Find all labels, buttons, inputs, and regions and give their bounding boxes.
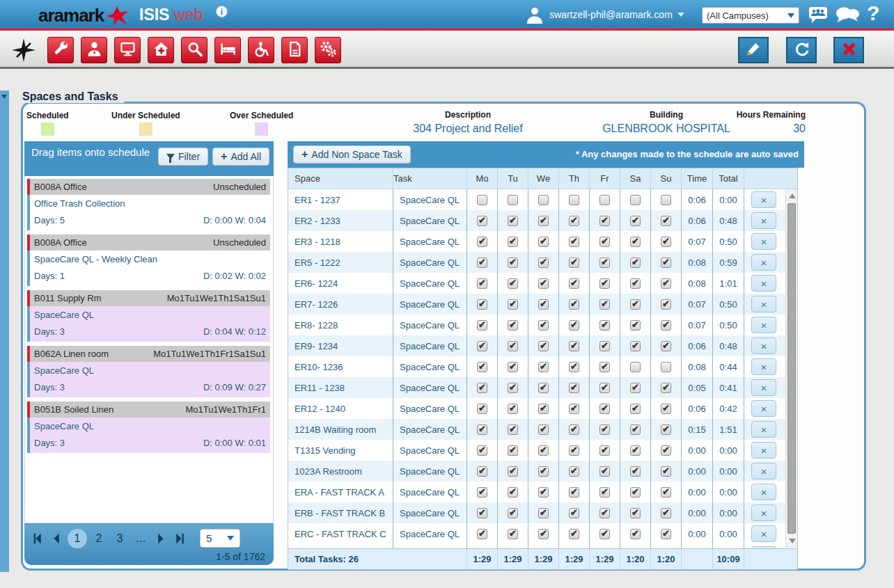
day-checkbox[interactable]: ✔ bbox=[569, 362, 579, 372]
info-icon[interactable]: i bbox=[216, 6, 228, 17]
day-checkbox[interactable]: ✔ bbox=[538, 424, 549, 435]
day-checkbox[interactable]: ✔ bbox=[599, 383, 610, 393]
toolbar-wheelchair-button[interactable] bbox=[248, 37, 274, 63]
day-checkbox[interactable]: ✔ bbox=[630, 487, 641, 498]
user-menu[interactable]: swartzell-phil@aramark.com bbox=[526, 6, 684, 24]
toolbar-monitor-button[interactable] bbox=[114, 37, 141, 63]
day-checkbox[interactable]: ✔ bbox=[569, 257, 579, 268]
day-checkbox[interactable]: ✔ bbox=[661, 195, 671, 205]
remove-row-button[interactable]: × bbox=[751, 504, 776, 521]
day-checkbox[interactable]: ✔ bbox=[477, 383, 487, 393]
day-checkbox[interactable]: ✔ bbox=[661, 341, 671, 351]
day-checkbox[interactable]: ✔ bbox=[477, 529, 487, 539]
day-checkbox[interactable]: ✔ bbox=[477, 466, 487, 477]
day-checkbox[interactable]: ✔ bbox=[661, 466, 671, 477]
remove-row-button[interactable]: × bbox=[751, 191, 776, 208]
remove-row-button[interactable]: × bbox=[751, 421, 776, 438]
day-checkbox[interactable]: ✔ bbox=[599, 320, 610, 331]
day-checkbox[interactable]: ✔ bbox=[477, 237, 487, 247]
day-checkbox[interactable]: ✔ bbox=[477, 487, 487, 498]
day-checkbox[interactable]: ✔ bbox=[630, 299, 641, 310]
day-checkbox[interactable]: ✔ bbox=[599, 299, 610, 310]
day-checkbox[interactable]: ✔ bbox=[630, 341, 641, 351]
schedule-card[interactable]: B062A Linen roomMo1Tu1We1Th1Fr1Sa1Su1Spa… bbox=[27, 346, 270, 397]
day-checkbox[interactable]: ✔ bbox=[477, 320, 487, 331]
day-checkbox[interactable]: ✔ bbox=[599, 445, 610, 456]
day-checkbox[interactable]: ✔ bbox=[477, 299, 487, 310]
card-header[interactable]: B062A Linen roomMo1Tu1We1Th1Fr1Sa1Su1 bbox=[27, 346, 270, 362]
day-checkbox[interactable]: ✔ bbox=[630, 362, 641, 372]
card-header[interactable]: B051B Soiled LinenMo1Tu1We1Th1Fr1 bbox=[27, 402, 270, 418]
day-checkbox[interactable]: ✔ bbox=[599, 508, 610, 518]
day-checkbox[interactable]: ✔ bbox=[630, 257, 641, 268]
day-checkbox[interactable]: ✔ bbox=[569, 195, 579, 205]
day-checkbox[interactable]: ✔ bbox=[661, 383, 671, 393]
schedule-card[interactable]: B008A OfficeUnscheduledOffice Trash Coll… bbox=[27, 179, 270, 230]
add-non-space-task-button[interactable]: + Add Non Space Task bbox=[293, 145, 411, 164]
remove-row-button[interactable]: × bbox=[751, 212, 776, 229]
remove-row-button[interactable]: × bbox=[751, 546, 776, 548]
day-checkbox[interactable]: ✔ bbox=[538, 320, 549, 331]
day-checkbox[interactable]: ✔ bbox=[477, 404, 487, 414]
day-checkbox[interactable]: ✔ bbox=[477, 216, 487, 226]
edit-pencil-button[interactable] bbox=[738, 37, 769, 63]
day-checkbox[interactable]: ✔ bbox=[630, 404, 641, 414]
panel-collapse-tab[interactable] bbox=[0, 90, 9, 572]
day-checkbox[interactable]: ✔ bbox=[569, 424, 579, 435]
remove-row-button[interactable]: × bbox=[751, 337, 776, 354]
remove-row-button[interactable]: × bbox=[751, 379, 776, 396]
day-checkbox[interactable]: ✔ bbox=[477, 362, 487, 372]
day-checkbox[interactable]: ✔ bbox=[538, 445, 549, 456]
day-checkbox[interactable]: ✔ bbox=[661, 445, 671, 456]
day-checkbox[interactable]: ✔ bbox=[508, 466, 518, 477]
day-checkbox[interactable]: ✔ bbox=[508, 237, 518, 247]
day-checkbox[interactable]: ✔ bbox=[508, 257, 518, 268]
day-checkbox[interactable]: ✔ bbox=[477, 445, 487, 456]
day-checkbox[interactable]: ✔ bbox=[569, 278, 579, 289]
day-checkbox[interactable]: ✔ bbox=[630, 278, 641, 289]
day-checkbox[interactable]: ✔ bbox=[569, 466, 579, 477]
remove-row-button[interactable]: × bbox=[751, 358, 776, 375]
day-checkbox[interactable]: ✔ bbox=[661, 424, 671, 435]
toolbar-home-add-button[interactable] bbox=[148, 37, 174, 63]
previous-page-button[interactable] bbox=[49, 530, 65, 547]
day-checkbox[interactable]: ✔ bbox=[569, 299, 579, 310]
day-checkbox[interactable]: ✔ bbox=[599, 466, 610, 477]
day-checkbox[interactable]: ✔ bbox=[599, 404, 610, 414]
day-checkbox[interactable]: ✔ bbox=[538, 341, 549, 351]
toolbar-bed-button[interactable] bbox=[214, 37, 241, 63]
next-page-button[interactable] bbox=[152, 530, 168, 547]
messages-icon[interactable] bbox=[834, 6, 861, 25]
remove-row-button[interactable]: × bbox=[751, 463, 776, 479]
day-checkbox[interactable]: ✔ bbox=[599, 424, 610, 435]
remove-row-button[interactable]: × bbox=[751, 442, 776, 459]
day-checkbox[interactable]: ✔ bbox=[661, 216, 671, 226]
campus-selector[interactable]: (All Campuses) bbox=[702, 7, 799, 24]
day-checkbox[interactable]: ✔ bbox=[508, 216, 518, 226]
last-page-button[interactable] bbox=[171, 530, 186, 547]
scrollbar-thumb[interactable] bbox=[787, 203, 796, 534]
page-button-2[interactable]: 2 bbox=[90, 530, 108, 548]
day-checkbox[interactable]: ✔ bbox=[508, 362, 518, 372]
schedule-card[interactable]: B011 Supply RmMo1Tu1We1Th1Sa1Su1SpaceCar… bbox=[27, 290, 270, 342]
day-checkbox[interactable]: ✔ bbox=[508, 383, 518, 393]
day-checkbox[interactable]: ✔ bbox=[661, 487, 671, 498]
day-checkbox[interactable]: ✔ bbox=[508, 424, 518, 435]
day-checkbox[interactable]: ✔ bbox=[661, 362, 671, 372]
day-checkbox[interactable]: ✔ bbox=[538, 257, 549, 268]
day-checkbox[interactable]: ✔ bbox=[508, 404, 518, 414]
day-checkbox[interactable]: ✔ bbox=[538, 529, 549, 539]
day-checkbox[interactable]: ✔ bbox=[538, 383, 549, 393]
first-page-button[interactable] bbox=[31, 530, 47, 547]
day-checkbox[interactable]: ✔ bbox=[599, 195, 610, 205]
day-checkbox[interactable]: ✔ bbox=[599, 216, 610, 226]
table-scrollbar[interactable] bbox=[785, 189, 797, 548]
schedule-card[interactable]: B008A OfficeUnscheduledSpaceCare QL - We… bbox=[27, 235, 270, 286]
remove-row-button[interactable]: × bbox=[751, 317, 776, 333]
scroll-down-icon[interactable] bbox=[789, 539, 796, 543]
day-checkbox[interactable]: ✔ bbox=[538, 299, 549, 310]
add-all-button[interactable]: + Add All bbox=[212, 148, 269, 166]
card-header[interactable]: B011 Supply RmMo1Tu1We1Th1Sa1Su1 bbox=[27, 290, 270, 306]
day-checkbox[interactable]: ✔ bbox=[538, 195, 549, 205]
day-checkbox[interactable]: ✔ bbox=[661, 320, 671, 331]
